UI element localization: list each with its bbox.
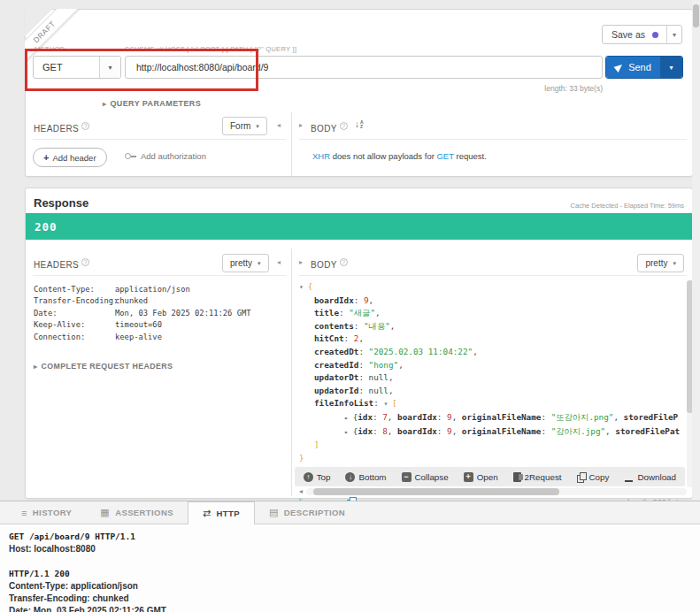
form-dropdown[interactable]: Form ▾ [222,117,267,135]
response-header-row: Connection:keep-alive [34,332,286,343]
pretty-dropdown-arrow: ▾ [673,260,676,267]
json-token: ▸ [344,414,353,422]
body-label-text: BODY [311,124,337,134]
json-token: , [473,347,478,356]
body-horizontal-scrollbar[interactable]: ◂ [299,487,687,495]
method-dropdown-arrow[interactable]: ▾ [99,57,120,78]
complete-request-headers-expander[interactable]: ▸COMPLETE REQUEST HEADERS [34,362,173,371]
json-token: null [369,372,388,382]
body-toolbar-copy-button[interactable]: Copy [577,472,610,482]
send-plane-icon [614,62,625,73]
link-text[interactable]: XHR [312,151,330,161]
response-card: Response Cache Detected - Elapsed Time: … [25,187,693,499]
send-button[interactable]: Send ▾ [605,56,683,79]
json-token: : [344,333,354,343]
body-pretty-dropdown[interactable]: pretty ▾ [637,254,684,272]
json-token: "새글" [349,308,375,317]
http-line: Date: Mon, 03 Feb 2025 02:11:26 GMT [9,605,691,612]
add-authorization-button[interactable]: Add authorization [125,151,206,161]
link-text[interactable]: GET [436,151,453,161]
help-icon[interactable]: ? [340,122,348,130]
json-line: boardIdx: 9, [299,295,685,308]
square-plus-icon: + [464,472,473,482]
method-select[interactable]: GET ▾ [33,56,121,79]
http-icon: ⇄ [203,508,212,519]
headers-label-text: HEADERS [34,260,79,270]
header-name: Transfer-Encoding: [34,295,115,307]
help-icon[interactable]: ? [81,258,89,266]
json-line: ▾ { [299,280,685,295]
request-card: DRAFT Save as ▾ METHOD SCHEME :// HOST [… [25,9,693,177]
body-toolbar-2request-button[interactable]: 2Request [513,472,562,482]
tab-assertions[interactable]: ▦ASSERTIONS [86,501,188,524]
scheme-label: SCHEME :// HOST [ ":" PORT ] [ PATH [ "?… [125,45,296,53]
json-token: , [613,412,623,422]
body-toolbar-bottom-button[interactable]: ↓Bottom [345,472,386,482]
json-token: : [437,412,447,422]
send-dropdown-arrow[interactable]: ▾ [660,57,682,78]
body-label-text: BODY [311,260,337,270]
scrollbar-thumb[interactable] [693,4,699,27]
save-as-dropdown-arrow[interactable]: ▾ [666,26,681,43]
json-line: ] [299,439,685,452]
add-header-button[interactable]: + Add header [33,148,107,167]
json-token: , [390,321,396,331]
complete-request-headers-label: COMPLETE REQUEST HEADERS [41,362,173,371]
collapse-left-panel-arrow[interactable]: ◂ [277,121,281,129]
copy-icon [577,472,586,482]
json-token: , [369,295,374,305]
method-value: GET [34,62,99,73]
header-value: chunked [115,295,148,307]
collapse-left-panel-arrow[interactable]: ◂ [277,258,281,266]
header-value: Mon, 03 Feb 2025 02:11:26 GMT [115,308,251,319]
circle-down-icon: ↓ [345,472,355,482]
headers-pretty-dropdown[interactable]: pretty ▾ [222,254,269,272]
http-line: Host: localhost:8080 [9,543,691,555]
send-button-main[interactable]: Send [606,57,660,78]
http-line: Transfer-Encoding: chunked [9,593,691,605]
json-token: , [452,412,462,422]
save-as-button[interactable]: Save as ▾ [602,25,682,44]
json-token: : [354,295,364,305]
json-token: originalFileName [462,412,542,422]
json-token: "내용" [364,321,390,331]
body-toolbar-open-button[interactable]: +Open [464,472,498,482]
json-line: fileInfoList: ▾ [ [299,397,685,411]
tab-http[interactable]: ⇄HTTP [188,501,255,524]
scrollbar-thumb[interactable] [313,488,559,495]
tab-label: HISTORY [33,508,73,517]
query-parameters-expander[interactable]: ▸QUERY PARAMETERS [103,99,201,108]
url-input[interactable] [125,56,603,79]
help-icon[interactable]: ? [340,258,348,266]
doc-icon [513,472,521,482]
toolbar-button-label: Bottom [358,472,386,482]
header-value: keep-alive [115,332,162,343]
toolbar-button-label: Download [637,472,676,482]
tab-description[interactable]: ▤DESCRIPTION [255,501,359,524]
body-toolbar-collapse-button[interactable]: −Collapse [402,472,449,482]
json-line: title: "새글", [299,307,685,320]
json-token: ▾ [299,283,308,291]
scroll-left-arrow[interactable]: ◂ [299,487,306,495]
sort-az-icon[interactable]: ↓ AZ [355,119,364,129]
message-text: does not allow payloads for [330,151,436,161]
json-token: null [369,386,388,395]
scrollbar-track[interactable] [306,488,687,495]
tab-history[interactable]: ≡HISTORY [7,501,86,524]
body-toolbar-download-button[interactable]: Download [624,472,676,482]
json-token: fileInfoList [314,398,373,408]
plus-icon: + [43,152,49,163]
expand-right-panel-arrow[interactable]: ▸ [299,121,303,129]
response-headers-list: Content-Type:application/jsonTransfer-En… [34,284,286,343]
expand-right-panel-arrow[interactable]: ▸ [299,258,303,266]
page-scrollbar[interactable] [692,0,700,501]
response-header-row: Transfer-Encoding:chunked [34,295,286,307]
body-toolbar-top-button[interactable]: ↑Top [304,472,331,482]
header-name: Connection: [34,332,115,343]
download-icon [624,472,634,482]
json-token: boardIdx [397,426,437,436]
json-token: hitCnt [314,333,344,343]
key-icon [125,152,136,160]
json-token: idx [358,412,373,422]
help-icon[interactable]: ? [81,122,89,130]
